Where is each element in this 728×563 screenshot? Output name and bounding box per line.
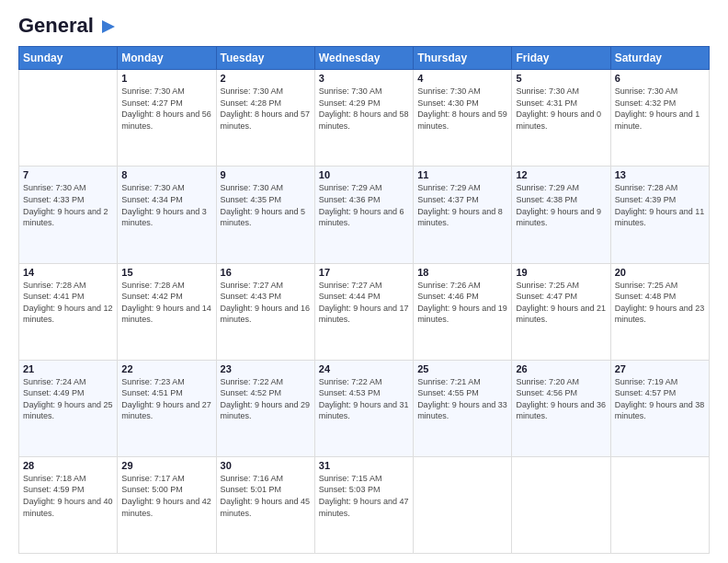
calendar-cell: 10Sunrise: 7:29 AMSunset: 4:36 PMDayligh…: [314, 167, 413, 263]
calendar-cell: 29Sunrise: 7:17 AMSunset: 5:00 PMDayligh…: [118, 456, 216, 553]
calendar-cell: 25Sunrise: 7:21 AMSunset: 4:55 PMDayligh…: [414, 360, 512, 456]
day-number: 8: [121, 169, 211, 180]
day-info: Sunrise: 7:30 AMSunset: 4:27 PMDaylight:…: [121, 86, 211, 132]
day-number: 20: [615, 267, 705, 278]
logo-icon: [95, 18, 115, 35]
calendar-cell: 7Sunrise: 7:30 AMSunset: 4:33 PMDaylight…: [19, 167, 118, 263]
day-number: 13: [615, 169, 705, 180]
svg-marker-0: [102, 20, 115, 33]
day-number: 16: [221, 267, 311, 278]
day-number: 5: [516, 73, 606, 84]
day-number: 31: [319, 460, 409, 471]
day-number: 9: [221, 169, 311, 180]
day-number: 1: [121, 73, 211, 84]
day-number: 4: [417, 73, 507, 84]
day-number: 27: [615, 363, 705, 374]
calendar-cell: 16Sunrise: 7:27 AMSunset: 4:43 PMDayligh…: [216, 263, 314, 360]
calendar-cell: 15Sunrise: 7:28 AMSunset: 4:42 PMDayligh…: [118, 263, 216, 360]
day-info: Sunrise: 7:18 AMSunset: 4:59 PMDaylight:…: [23, 473, 113, 519]
calendar-cell: 22Sunrise: 7:23 AMSunset: 4:51 PMDayligh…: [118, 360, 216, 456]
calendar-cell: 19Sunrise: 7:25 AMSunset: 4:47 PMDayligh…: [512, 263, 610, 360]
day-info: Sunrise: 7:28 AMSunset: 4:42 PMDaylight:…: [121, 280, 211, 326]
weekday-header: Thursday: [414, 47, 512, 70]
calendar-cell: 17Sunrise: 7:27 AMSunset: 4:44 PMDayligh…: [314, 263, 413, 360]
day-number: 7: [23, 169, 113, 180]
calendar-cell: [414, 456, 512, 553]
calendar-cell: 27Sunrise: 7:19 AMSunset: 4:57 PMDayligh…: [610, 360, 709, 456]
weekday-header: Sunday: [19, 47, 118, 70]
calendar-week-row: 7Sunrise: 7:30 AMSunset: 4:33 PMDaylight…: [19, 167, 710, 263]
calendar-table: SundayMondayTuesdayWednesdayThursdayFrid…: [18, 46, 710, 554]
calendar-cell: 9Sunrise: 7:30 AMSunset: 4:35 PMDaylight…: [216, 167, 314, 263]
weekday-header: Monday: [118, 47, 216, 70]
day-info: Sunrise: 7:29 AMSunset: 4:37 PMDaylight:…: [417, 182, 507, 228]
calendar-cell: 4Sunrise: 7:30 AMSunset: 4:30 PMDaylight…: [414, 70, 512, 167]
calendar-cell: [512, 456, 610, 553]
day-number: 25: [417, 363, 507, 374]
day-info: Sunrise: 7:26 AMSunset: 4:46 PMDaylight:…: [417, 280, 507, 326]
calendar-week-row: 14Sunrise: 7:28 AMSunset: 4:41 PMDayligh…: [19, 263, 710, 360]
page: General SundayMondayTuesdayWednesdayThur…: [0, 0, 728, 563]
day-number: 22: [121, 363, 211, 374]
day-info: Sunrise: 7:22 AMSunset: 4:52 PMDaylight:…: [221, 376, 311, 422]
day-number: 17: [319, 267, 409, 278]
header: General: [18, 15, 710, 37]
day-number: 28: [23, 460, 113, 471]
day-info: Sunrise: 7:16 AMSunset: 5:01 PMDaylight:…: [221, 473, 311, 519]
day-number: 26: [516, 363, 606, 374]
calendar-cell: 8Sunrise: 7:30 AMSunset: 4:34 PMDaylight…: [118, 167, 216, 263]
day-info: Sunrise: 7:30 AMSunset: 4:33 PMDaylight:…: [23, 182, 113, 228]
day-number: 30: [221, 460, 311, 471]
day-number: 12: [516, 169, 606, 180]
calendar-week-row: 21Sunrise: 7:24 AMSunset: 4:49 PMDayligh…: [19, 360, 710, 456]
day-info: Sunrise: 7:30 AMSunset: 4:31 PMDaylight:…: [516, 86, 606, 132]
day-number: 3: [319, 73, 409, 84]
calendar-cell: 31Sunrise: 7:15 AMSunset: 5:03 PMDayligh…: [314, 456, 413, 553]
calendar-cell: 18Sunrise: 7:26 AMSunset: 4:46 PMDayligh…: [414, 263, 512, 360]
day-number: 29: [121, 460, 211, 471]
calendar-cell: 24Sunrise: 7:22 AMSunset: 4:53 PMDayligh…: [314, 360, 413, 456]
day-info: Sunrise: 7:28 AMSunset: 4:39 PMDaylight:…: [615, 182, 705, 228]
calendar-cell: [610, 456, 709, 553]
calendar-cell: 12Sunrise: 7:29 AMSunset: 4:38 PMDayligh…: [512, 167, 610, 263]
calendar-cell: 13Sunrise: 7:28 AMSunset: 4:39 PMDayligh…: [610, 167, 709, 263]
day-number: 14: [23, 267, 113, 278]
day-info: Sunrise: 7:22 AMSunset: 4:53 PMDaylight:…: [319, 376, 409, 422]
day-info: Sunrise: 7:29 AMSunset: 4:38 PMDaylight:…: [516, 182, 606, 228]
calendar-cell: 1Sunrise: 7:30 AMSunset: 4:27 PMDaylight…: [118, 70, 216, 167]
weekday-header: Saturday: [610, 47, 709, 70]
day-number: 2: [221, 73, 311, 84]
calendar-cell: 6Sunrise: 7:30 AMSunset: 4:32 PMDaylight…: [610, 70, 709, 167]
day-number: 15: [121, 267, 211, 278]
logo-general: General: [18, 14, 94, 37]
day-info: Sunrise: 7:27 AMSunset: 4:43 PMDaylight:…: [221, 280, 311, 326]
day-info: Sunrise: 7:30 AMSunset: 4:28 PMDaylight:…: [221, 86, 311, 132]
day-info: Sunrise: 7:15 AMSunset: 5:03 PMDaylight:…: [319, 473, 409, 519]
calendar-cell: 3Sunrise: 7:30 AMSunset: 4:29 PMDaylight…: [314, 70, 413, 167]
day-info: Sunrise: 7:21 AMSunset: 4:55 PMDaylight:…: [417, 376, 507, 422]
calendar-cell: 5Sunrise: 7:30 AMSunset: 4:31 PMDaylight…: [512, 70, 610, 167]
day-info: Sunrise: 7:17 AMSunset: 5:00 PMDaylight:…: [121, 473, 211, 519]
calendar-week-row: 28Sunrise: 7:18 AMSunset: 4:59 PMDayligh…: [19, 456, 710, 553]
calendar-cell: 30Sunrise: 7:16 AMSunset: 5:01 PMDayligh…: [216, 456, 314, 553]
calendar-cell: 21Sunrise: 7:24 AMSunset: 4:49 PMDayligh…: [19, 360, 118, 456]
day-number: 19: [516, 267, 606, 278]
day-info: Sunrise: 7:30 AMSunset: 4:35 PMDaylight:…: [221, 182, 311, 228]
day-info: Sunrise: 7:23 AMSunset: 4:51 PMDaylight:…: [121, 376, 211, 422]
calendar-week-row: 1Sunrise: 7:30 AMSunset: 4:27 PMDaylight…: [19, 70, 710, 167]
calendar-cell: 28Sunrise: 7:18 AMSunset: 4:59 PMDayligh…: [19, 456, 118, 553]
calendar-cell: 11Sunrise: 7:29 AMSunset: 4:37 PMDayligh…: [414, 167, 512, 263]
day-info: Sunrise: 7:19 AMSunset: 4:57 PMDaylight:…: [615, 376, 705, 422]
day-info: Sunrise: 7:27 AMSunset: 4:44 PMDaylight:…: [319, 280, 409, 326]
calendar-cell: 14Sunrise: 7:28 AMSunset: 4:41 PMDayligh…: [19, 263, 118, 360]
day-info: Sunrise: 7:30 AMSunset: 4:32 PMDaylight:…: [615, 86, 705, 132]
day-number: 21: [23, 363, 113, 374]
calendar-cell: [19, 70, 118, 167]
day-info: Sunrise: 7:29 AMSunset: 4:36 PMDaylight:…: [319, 182, 409, 228]
logo-text: General: [18, 15, 116, 37]
weekday-header: Friday: [512, 47, 610, 70]
day-number: 11: [417, 169, 507, 180]
day-info: Sunrise: 7:24 AMSunset: 4:49 PMDaylight:…: [23, 376, 113, 422]
day-info: Sunrise: 7:25 AMSunset: 4:47 PMDaylight:…: [516, 280, 606, 326]
day-info: Sunrise: 7:30 AMSunset: 4:29 PMDaylight:…: [319, 86, 409, 132]
